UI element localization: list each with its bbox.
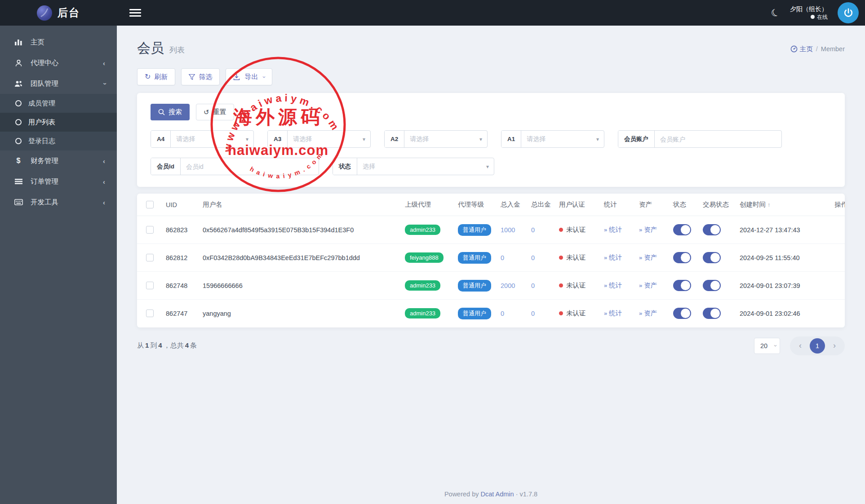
- search-icon: [158, 109, 165, 115]
- sidebar-item-label: 订单管理: [31, 177, 58, 186]
- chevron-down-icon: ‹: [100, 83, 108, 85]
- member-id-input[interactable]: [186, 163, 313, 170]
- table-header-row: UID 用户名 上级代理 代理等级 总入金 总出金 用户认证 统计 资产 状态 …: [137, 194, 845, 216]
- sidebar-item-home[interactable]: 主页: [0, 32, 117, 53]
- dark-mode-toggle-icon[interactable]: ☾: [769, 6, 782, 20]
- unverified-dot-icon: [559, 256, 563, 260]
- row-checkbox[interactable]: [146, 226, 154, 234]
- breadcrumb-home-link[interactable]: 主页: [790, 45, 813, 53]
- member-account-input[interactable]: [660, 136, 776, 143]
- double-chevron-icon: »: [604, 226, 607, 233]
- select-all-checkbox[interactable]: [146, 201, 154, 208]
- col-created-at[interactable]: 创建时间↑: [736, 194, 815, 216]
- chevron-left-icon: ‹: [103, 178, 105, 186]
- status-toggle[interactable]: [673, 252, 691, 263]
- trade-status-toggle[interactable]: [703, 308, 721, 319]
- select-arrow-icon: ▾: [363, 136, 365, 142]
- cell-created-at: 2024-09-25 11:55:40: [736, 244, 815, 272]
- stats-link[interactable]: »统计: [604, 226, 622, 233]
- sidebar-item-order-management[interactable]: 订单管理 ‹: [0, 171, 117, 192]
- double-chevron-icon: »: [639, 226, 642, 233]
- breadcrumb: 主页 / Member: [790, 45, 845, 53]
- app-logo[interactable]: 后台: [0, 0, 117, 26]
- export-button[interactable]: 导出 ‹: [226, 68, 272, 85]
- sidebar-item-label: 用户列表: [28, 118, 55, 127]
- trade-status-toggle[interactable]: [703, 280, 721, 291]
- stats-link[interactable]: »统计: [604, 254, 622, 261]
- trade-status-toggle[interactable]: [703, 224, 721, 235]
- refresh-button[interactable]: ↻ 刷新: [137, 68, 175, 85]
- col-status: 状态: [670, 194, 699, 216]
- sidebar-item-agent-center[interactable]: 代理中心 ‹: [0, 53, 117, 73]
- filter-select-a3[interactable]: A3 请选择▾: [267, 130, 371, 148]
- filter-select-a1[interactable]: A1 请选择▾: [501, 130, 604, 148]
- stats-link[interactable]: »统计: [604, 282, 622, 289]
- search-button[interactable]: 搜索: [151, 104, 190, 120]
- online-status: 在线: [817, 13, 828, 21]
- total-withdraw-link[interactable]: 0: [531, 310, 535, 317]
- app-title: 后台: [58, 6, 80, 20]
- row-checkbox[interactable]: [146, 254, 154, 261]
- sidebar-item-dev-tools[interactable]: 开发工具 ‹: [0, 192, 117, 212]
- agent-badge[interactable]: admin233: [405, 308, 440, 318]
- assets-link[interactable]: »资产: [639, 254, 657, 261]
- breadcrumb-separator: /: [816, 45, 818, 53]
- total-withdraw-link[interactable]: 0: [531, 282, 535, 289]
- stats-link[interactable]: »统计: [604, 309, 622, 317]
- main-content: 会员 列表 主页 / Member ↻ 刷新 筛选 导出 ‹: [117, 26, 865, 504]
- sidebar-item-finance-management[interactable]: $ 财务管理 ‹: [0, 150, 117, 171]
- total-withdraw-link[interactable]: 0: [531, 226, 535, 234]
- status-toggle[interactable]: [673, 308, 691, 319]
- top-navbar: 后台 ☾ 夕阳（组长） 在线: [0, 0, 865, 26]
- circle-icon: [15, 138, 22, 144]
- filter-button[interactable]: 筛选: [181, 68, 220, 85]
- table-row: 862823 0x566267a4df8549f5a3915E075B3b15F…: [137, 216, 845, 244]
- sidebar-item-login-log[interactable]: 登录日志: [0, 132, 117, 150]
- page-size-select[interactable]: 20 ‹: [754, 338, 780, 354]
- level-badge: 普通用户: [458, 224, 491, 236]
- filter-select-status[interactable]: 状态 选择▾: [333, 158, 494, 175]
- filter-select-a4[interactable]: A4 请选择▾: [151, 130, 254, 148]
- prev-page-button[interactable]: ‹: [794, 341, 807, 350]
- select-arrow-icon: ▾: [596, 136, 599, 142]
- reset-icon: ↺: [204, 108, 209, 116]
- next-page-button[interactable]: ›: [828, 341, 841, 350]
- col-assets: 资产: [635, 194, 670, 216]
- dcat-admin-link[interactable]: Dcat Admin: [481, 491, 514, 498]
- double-chevron-icon: »: [639, 282, 642, 289]
- trade-status-toggle[interactable]: [703, 252, 721, 263]
- row-checkbox[interactable]: [146, 309, 154, 317]
- current-page-button[interactable]: 1: [810, 338, 825, 354]
- reset-button[interactable]: ↺ 重置: [196, 104, 234, 120]
- pagination: ‹ 1 ›: [790, 336, 845, 355]
- page-title: 会员: [137, 39, 164, 57]
- total-withdraw-link[interactable]: 0: [531, 254, 535, 261]
- assets-link[interactable]: »资产: [639, 309, 657, 317]
- sidebar-item-team-management[interactable]: 团队管理 ‹: [0, 73, 117, 94]
- refresh-icon: ↻: [145, 73, 151, 80]
- total-deposit-link[interactable]: 2000: [501, 282, 515, 289]
- cell-created-at: 2024-09-01 23:02:46: [736, 300, 815, 327]
- user-avatar[interactable]: [838, 2, 859, 23]
- double-chevron-icon: »: [604, 282, 607, 289]
- filter-member-id-group: 会员Id: [151, 158, 319, 175]
- assets-link[interactable]: »资产: [639, 282, 657, 289]
- agent-badge[interactable]: admin233: [405, 225, 440, 235]
- page-footer: Powered by Dcat Admin · v1.7.8: [137, 491, 845, 498]
- double-chevron-icon: »: [639, 254, 642, 261]
- total-deposit-link[interactable]: 1000: [501, 226, 515, 234]
- total-deposit-link[interactable]: 0: [501, 254, 504, 261]
- menu-toggle-icon[interactable]: [129, 7, 141, 18]
- select-arrow-icon: ▾: [479, 136, 482, 142]
- double-chevron-icon: »: [639, 310, 642, 317]
- status-toggle[interactable]: [673, 224, 691, 235]
- sidebar-item-member-management[interactable]: 成员管理: [0, 94, 117, 113]
- assets-link[interactable]: »资产: [639, 226, 657, 233]
- agent-badge[interactable]: admin233: [405, 280, 440, 291]
- sidebar-item-user-list[interactable]: 用户列表: [0, 113, 117, 132]
- agent-badge[interactable]: feiyang888: [405, 252, 444, 263]
- total-deposit-link[interactable]: 0: [501, 310, 504, 317]
- row-checkbox[interactable]: [146, 282, 154, 289]
- status-toggle[interactable]: [673, 280, 691, 291]
- filter-select-a2[interactable]: A2 请选择▾: [384, 130, 488, 148]
